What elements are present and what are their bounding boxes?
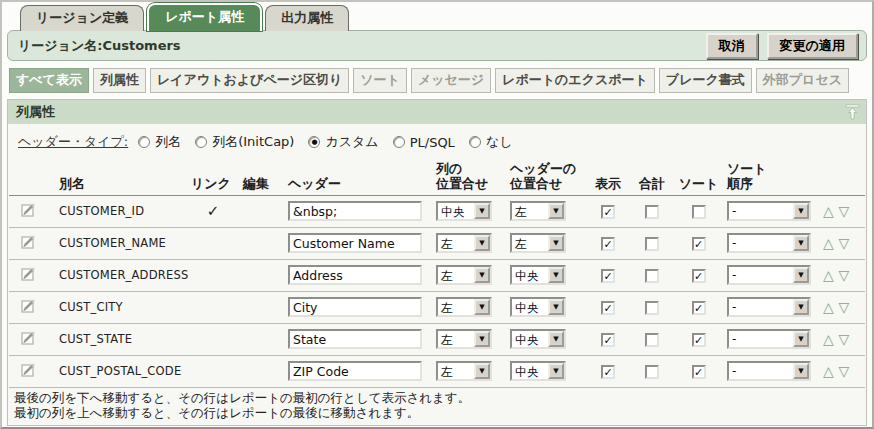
heading-alignment-select[interactable]: 中央 ▼: [510, 329, 566, 349]
move-up-icon[interactable]: △: [823, 299, 834, 315]
header-type-label[interactable]: ヘッダー・タイプ:: [18, 133, 128, 151]
edit-row-icon[interactable]: [19, 360, 38, 382]
tab-region-definition[interactable]: リージョン定義: [20, 5, 144, 31]
heading-input[interactable]: [288, 361, 422, 381]
sum-checkbox[interactable]: [645, 269, 659, 283]
move-down-icon[interactable]: ▽: [839, 267, 850, 283]
dropdown-arrow-icon: ▼: [548, 363, 564, 379]
top-tabs: リージョン定義 レポート属性 出力属性: [2, 2, 872, 31]
edit-cell: [9, 355, 55, 387]
section-nav-item[interactable]: 外部プロセス: [756, 68, 849, 93]
edit-row-icon[interactable]: [19, 200, 38, 222]
sort-sequence-select[interactable]: - ▼: [727, 297, 811, 317]
tab-report-attributes[interactable]: レポート属性: [147, 3, 262, 31]
show-checkbox[interactable]: ✓: [601, 365, 615, 379]
heading-input[interactable]: [288, 297, 422, 317]
edit-row-icon[interactable]: [19, 296, 38, 318]
link-indicator: ✓: [187, 195, 239, 227]
edit-row-icon[interactable]: [19, 328, 38, 350]
radio-label: 列名: [155, 133, 181, 151]
header-heading-alignment: ヘッダーの 位置合せ: [506, 160, 586, 195]
column-alignment-select[interactable]: 左 ▼: [436, 233, 492, 253]
sort-sequence-select[interactable]: - ▼: [727, 265, 811, 285]
move-up-icon[interactable]: △: [823, 363, 834, 379]
heading-alignment-select[interactable]: 中央 ▼: [510, 361, 566, 381]
move-down-icon[interactable]: ▽: [839, 235, 850, 251]
sort-checkbox[interactable]: ✓: [692, 237, 706, 251]
radio-custom[interactable]: ● カスタム: [308, 133, 378, 151]
table-row: CUSTOMER_NAME 左 ▼: [9, 227, 865, 259]
column-alignment-select[interactable]: 左 ▼: [436, 329, 492, 349]
sum-checkbox[interactable]: [645, 365, 659, 379]
show-checkbox[interactable]: ✓: [601, 301, 615, 315]
sort-checkbox[interactable]: ✓: [692, 333, 706, 347]
edit-row-icon[interactable]: [19, 264, 38, 286]
column-alignment-select[interactable]: 中央 ▼: [436, 201, 492, 221]
show-cell: ✓: [586, 355, 630, 387]
sort-checkbox[interactable]: ✓: [692, 301, 706, 315]
section-nav-item[interactable]: すべて表示: [9, 68, 89, 93]
section-nav-item[interactable]: ソート: [353, 68, 407, 93]
heading-input[interactable]: [288, 201, 422, 221]
sort-checkbox[interactable]: [692, 205, 706, 219]
show-checkbox[interactable]: ✓: [601, 205, 615, 219]
move-down-icon[interactable]: ▽: [839, 299, 850, 315]
section-nav-item[interactable]: メッセージ: [411, 68, 491, 93]
apply-changes-button[interactable]: 変更の適用: [767, 33, 858, 59]
select-value: -: [729, 331, 793, 347]
region-name-caption: リージョン名:: [18, 38, 102, 53]
dropdown-arrow-icon: ▼: [548, 299, 564, 315]
footer-notes: 最後の列を下へ移動すると、その行はレポートの最初の行として表示されます。 最初の…: [8, 388, 866, 425]
heading-alignment-select[interactable]: 左 ▼: [510, 201, 566, 221]
radio-label: 列名(InitCap): [212, 133, 294, 151]
edit-row-icon[interactable]: [19, 232, 38, 254]
heading-input[interactable]: [288, 265, 422, 285]
show-checkbox[interactable]: ✓: [601, 269, 615, 283]
move-up-icon[interactable]: △: [823, 267, 834, 283]
radio-plsql[interactable]: PL/SQL: [393, 135, 455, 150]
cancel-button[interactable]: 取消: [706, 33, 758, 59]
sort-checkbox[interactable]: ✓: [692, 365, 706, 379]
sort-checkbox[interactable]: ✓: [692, 269, 706, 283]
heading-alignment-select[interactable]: 中央 ▼: [510, 265, 566, 285]
move-down-icon[interactable]: ▽: [839, 203, 850, 219]
move-down-icon[interactable]: ▽: [839, 331, 850, 347]
radio-none[interactable]: なし: [469, 133, 513, 151]
sort-sequence-select[interactable]: - ▼: [727, 233, 811, 253]
heading-alignment-select[interactable]: 中央 ▼: [510, 297, 566, 317]
move-up-icon[interactable]: △: [823, 203, 834, 219]
select-value: 左: [438, 363, 474, 379]
sort-sequence-select[interactable]: - ▼: [727, 201, 811, 221]
move-up-icon[interactable]: △: [823, 235, 834, 251]
heading-cell: [284, 291, 432, 323]
show-checkbox[interactable]: ✓: [601, 333, 615, 347]
table-row: CUSTOMER_ID ✓ 中央 ▼: [9, 195, 865, 227]
sum-checkbox[interactable]: [645, 301, 659, 315]
section-nav-item[interactable]: ブレーク書式: [659, 68, 752, 93]
sort-sequence-select[interactable]: - ▼: [727, 329, 811, 349]
dropdown-arrow-icon: ▼: [548, 235, 564, 251]
heading-alignment-select[interactable]: 左 ▼: [510, 233, 566, 253]
select-value: 中央: [512, 299, 548, 315]
heading-alignment-cell: 左 ▼: [506, 227, 586, 259]
radio-column-names[interactable]: 列名: [138, 133, 181, 151]
section-nav-item[interactable]: 列属性: [93, 68, 146, 93]
tab-output-attributes[interactable]: 出力属性: [265, 5, 349, 31]
section-nav-item[interactable]: レイアウトおよびページ区切り: [150, 68, 349, 93]
sort-sequence-select[interactable]: - ▼: [727, 361, 811, 381]
section-nav-item[interactable]: レポートのエクスポート: [495, 68, 655, 93]
heading-input[interactable]: [288, 329, 422, 349]
column-alignment-select[interactable]: 左 ▼: [436, 265, 492, 285]
heading-input[interactable]: [288, 233, 422, 253]
radio-column-names-initcap[interactable]: 列名(InitCap): [195, 133, 294, 151]
sort-cell: [674, 195, 723, 227]
column-alignment-select[interactable]: 左 ▼: [436, 297, 492, 317]
column-alignment-select[interactable]: 左 ▼: [436, 361, 492, 381]
move-down-icon[interactable]: ▽: [839, 363, 850, 379]
scroll-to-top-icon[interactable]: [845, 104, 860, 120]
show-checkbox[interactable]: ✓: [601, 237, 615, 251]
move-up-icon[interactable]: △: [823, 331, 834, 347]
sum-checkbox[interactable]: [645, 237, 659, 251]
sum-checkbox[interactable]: [645, 205, 659, 219]
sum-checkbox[interactable]: [645, 333, 659, 347]
